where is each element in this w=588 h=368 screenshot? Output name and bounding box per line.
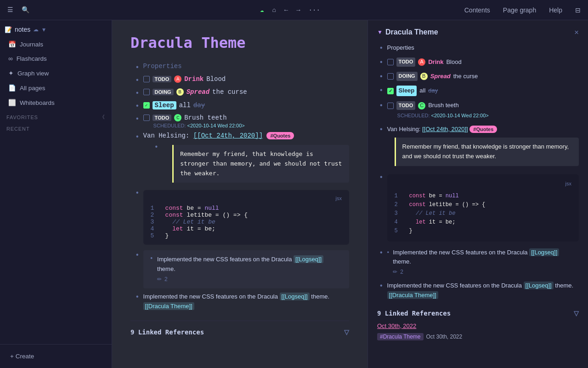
main-bullet-list: • Properties • TODO A Drink Blood bbox=[130, 63, 349, 311]
menu-icon[interactable]: ☰ bbox=[6, 5, 15, 15]
panel-doing-spread: • DOING B Spread the curse bbox=[377, 72, 579, 81]
panel-code-content: jsx 1const be = null 2const letitbe = ()… bbox=[387, 172, 579, 243]
filter-icon[interactable]: ▽ bbox=[344, 328, 349, 336]
forward-icon[interactable]: → bbox=[294, 6, 302, 15]
scheduled-text: SCHEDULED: <2020-10-14 Wed 22:00> bbox=[153, 123, 349, 128]
panel-logseq-link-main[interactable]: [[Logseq]] bbox=[524, 282, 554, 289]
dropdown-icon[interactable]: ▾ bbox=[42, 26, 45, 33]
more-icon[interactable]: ··· bbox=[307, 6, 322, 15]
panel-sleep-checkbox[interactable] bbox=[387, 88, 394, 94]
graph-label: Graph view bbox=[17, 70, 49, 77]
brush-checkbox[interactable] bbox=[143, 115, 150, 121]
panel-filter-icon[interactable]: ▽ bbox=[574, 310, 579, 317]
page-graph-button[interactable]: Page graph bbox=[501, 6, 538, 15]
panel-quote-nested: Remember my friend, that knowledge is st… bbox=[395, 138, 579, 166]
panel-nested-dot: • bbox=[387, 248, 390, 258]
panel-priority-c: C bbox=[418, 102, 425, 109]
panel-todo-drink: • TODO A Drink Blood bbox=[377, 58, 579, 67]
blood-text: Blood bbox=[206, 75, 226, 83]
panel-oct-24-link[interactable]: [[Oct 24th, 2020]] bbox=[422, 126, 468, 132]
panel-scheduled: SCHEDULED: <2020-10-14 Wed 22:00> bbox=[397, 112, 579, 120]
spread-word: Spread bbox=[187, 88, 209, 96]
recent-label: RECENT bbox=[6, 126, 30, 132]
panel-todo-keyword: TODO bbox=[396, 58, 416, 67]
panel-blood-text: Blood bbox=[446, 58, 461, 67]
line-num-4: 4 bbox=[151, 225, 158, 232]
search-icon[interactable]: 🔍 bbox=[20, 5, 31, 15]
logseq-link-main[interactable]: [[Logseq]] bbox=[280, 293, 310, 300]
sidebar-bottom: + Create bbox=[0, 344, 112, 368]
sidebar-item-whiteboards[interactable]: ⬜ Whiteboards bbox=[2, 96, 110, 109]
help-button[interactable]: Help bbox=[547, 6, 564, 15]
sidebar-item-journals[interactable]: 📅 Journals bbox=[2, 37, 110, 51]
panel-logseq-ref-nested[interactable]: [[Logseq]] bbox=[529, 248, 559, 256]
panel-doing-checkbox[interactable] bbox=[387, 73, 394, 80]
code-content: jsx 1const be = null 2const letitbe = ()… bbox=[143, 188, 349, 247]
panel-ref-date-1[interactable]: Oct 30th, 2022 bbox=[377, 322, 579, 329]
doing-spread-content: DOING B Spread the curse bbox=[143, 88, 349, 96]
panel-dracula-tag[interactable]: #Dracula Theme bbox=[377, 333, 424, 340]
panel-ref-row-1: #Dracula Theme Oct 30th, 2022 bbox=[377, 333, 579, 340]
panel-impl-nested-content: • Implemented the new CSS features on th… bbox=[387, 248, 579, 277]
todo-drink-checkbox[interactable] bbox=[143, 76, 150, 82]
flashcards-icon: ∞ bbox=[8, 55, 13, 62]
create-button[interactable]: + Create bbox=[5, 349, 107, 363]
panel-close-button[interactable]: ✕ bbox=[574, 28, 579, 37]
logseq-link-nested[interactable]: [[Logseq]] bbox=[294, 255, 323, 263]
panel-priority-a: A bbox=[418, 58, 425, 66]
edit-icon[interactable]: ✏ bbox=[157, 275, 162, 284]
oct-24-link[interactable]: [[Oct 24th, 2020]] bbox=[193, 132, 263, 139]
code-lang: jsx bbox=[336, 196, 342, 201]
panel-impl-nested-row: • Implemented the new CSS features on th… bbox=[387, 248, 579, 277]
doing-keyword: DOING bbox=[153, 89, 174, 95]
panel-dracula-theme-link[interactable]: [[Dracula Theme]] bbox=[387, 291, 438, 299]
home-icon[interactable]: ⌂ bbox=[270, 6, 277, 15]
panel-code: • jsx 1const be = null 2const letitbe = … bbox=[377, 172, 579, 243]
panel-brush: • TODO C Brush teeth SCHEDULED: <2020-10… bbox=[377, 101, 579, 120]
panel-sleep-row: Sleep all day bbox=[387, 86, 579, 96]
sidebar-toggle-icon[interactable]: ⊟ bbox=[573, 6, 582, 15]
panel-quotes-tag[interactable]: #Quotes bbox=[469, 126, 497, 133]
panel-collapse-icon[interactable]: ▼ bbox=[377, 29, 383, 35]
panel-header: ▼ Dracula Theme ✕ bbox=[377, 28, 579, 37]
notes-icon: 📝 bbox=[5, 26, 12, 33]
journals-icon: 📅 bbox=[8, 40, 16, 48]
back-icon[interactable]: ← bbox=[283, 6, 290, 15]
dracula-theme-link-main[interactable]: [[Dracula Theme]] bbox=[143, 302, 194, 310]
panel-brush-content: TODO C Brush teeth SCHEDULED: <2020-10-1… bbox=[387, 101, 579, 120]
panel-impl-nested-text: Implemented the new CSS features on the … bbox=[393, 248, 579, 277]
quotes-tag[interactable]: #Quotes bbox=[266, 132, 294, 139]
code-block: jsx 1const be = null 2const letitbe = ()… bbox=[143, 190, 349, 245]
contents-button[interactable]: Contents bbox=[463, 6, 492, 15]
brush-row: TODO C Brush teeth bbox=[143, 114, 349, 121]
panel-count-badge: 2 bbox=[400, 268, 403, 276]
panel-title-row: ▼ Dracula Theme bbox=[377, 28, 438, 36]
impl-main-item: • Implemented the new CSS features on th… bbox=[130, 292, 349, 311]
panel-scheduled-date: <2020-10-14 Wed 22:00> bbox=[431, 113, 489, 118]
sleep-keyword: Sleep bbox=[153, 101, 176, 109]
doing-spread-checkbox[interactable] bbox=[143, 89, 150, 95]
topbar-center: ☁ ⌂ ← → ··· bbox=[121, 5, 459, 15]
panel-impl-main-content: Implemented the new CSS features on the … bbox=[387, 281, 579, 300]
panel-van-helsing: • Van Helsing: [[Oct 24th, 2020]] #Quote… bbox=[377, 125, 579, 168]
sidebar-item-all-pages[interactable]: 📄 All pages bbox=[2, 81, 110, 95]
all-pages-icon: 📄 bbox=[8, 84, 16, 92]
code-line-2: 2const letitbe = () => { bbox=[151, 212, 342, 218]
code-content-2: const letitbe = () => { bbox=[165, 212, 248, 218]
panel-brush-checkbox[interactable] bbox=[387, 103, 394, 109]
panel-edit-count: ✏ 2 bbox=[393, 268, 579, 276]
sidebar-item-flashcards[interactable]: ∞ Flashcards bbox=[2, 52, 110, 65]
collapse-favorites-icon[interactable]: 《 bbox=[100, 114, 105, 121]
van-helsing-item: • Van Helsing: [[Oct 24th, 2020]] #Quote… bbox=[130, 132, 349, 184]
panel-todo-drink-checkbox[interactable] bbox=[387, 59, 394, 65]
sleep-checkbox[interactable] bbox=[143, 102, 150, 109]
panel-curse-text: the curse bbox=[453, 72, 478, 81]
sidebar-item-graph[interactable]: ✦ Graph view bbox=[2, 66, 110, 80]
panel-edit-icon[interactable]: ✏ bbox=[393, 268, 397, 276]
bullet-dot: • bbox=[135, 115, 140, 123]
cloud-sync-icon[interactable]: ☁ bbox=[258, 5, 266, 15]
todo-drink-row: TODO A Drink Blood bbox=[143, 75, 349, 83]
panel-linked-refs-count: 9 Linked References bbox=[377, 310, 451, 317]
van-helsing-content: Van Helsing: [[Oct 24th, 2020]] #Quotes … bbox=[143, 132, 349, 184]
panel-day-strikethrough: day bbox=[428, 86, 438, 96]
